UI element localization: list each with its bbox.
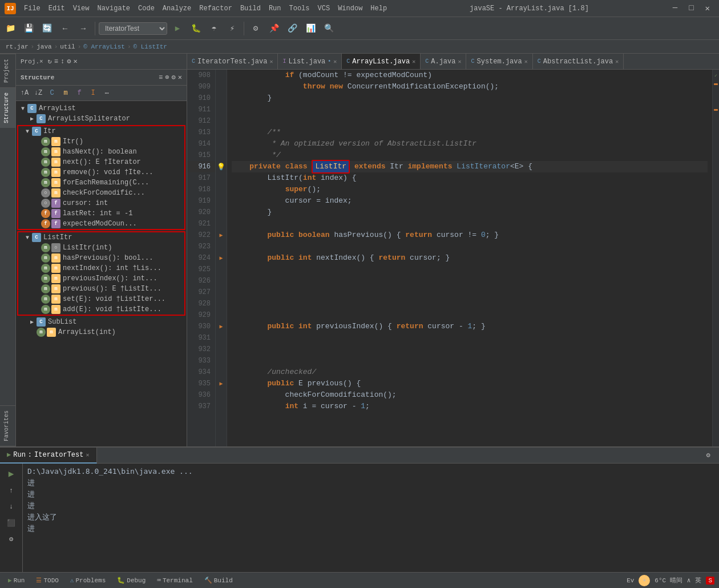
run-tab-close[interactable]: ✕ (86, 452, 89, 458)
menu-tools[interactable]: Tools (286, 3, 313, 14)
tree-item-checkcomod[interactable]: ○ m checkForComodific... (18, 188, 184, 198)
menu-edit[interactable]: Edit (45, 3, 68, 14)
run-up-btn[interactable]: ↑ (5, 484, 18, 498)
bottom-tab-run[interactable]: ▶ Run: IteratorTest ✕ (0, 448, 97, 464)
panel-close-icon[interactable]: ✕ (73, 57, 77, 66)
filter-method[interactable]: m (59, 87, 72, 99)
tree-item-previous[interactable]: m m previous(): E †ListIt... (18, 284, 184, 294)
breadcrumb-listitr[interactable]: © ListItr (133, 43, 167, 50)
minimize-button[interactable]: ─ (668, 2, 682, 14)
toolbar-more4[interactable]: 📊 (302, 21, 318, 37)
structure-x-icon[interactable]: ⊗ (165, 73, 169, 82)
tab-iteratortest[interactable]: C IteratorTest.java ✕ (187, 54, 278, 70)
toolbar-back[interactable]: ← (57, 21, 73, 37)
tree-arrow-spliterator[interactable]: ▶ (27, 115, 37, 122)
tab-listjava[interactable]: I List.java • ✕ (278, 54, 342, 70)
menu-navigate[interactable]: Navigate (94, 3, 134, 14)
tree-item-spliterator[interactable]: ▶ C ArrayListSpliterator (16, 114, 187, 124)
tree-item-arraylist-int[interactable]: m m ArrayList(int) (16, 327, 187, 337)
tree-item-itr[interactable]: ▼ C Itr (18, 126, 184, 136)
tree-item-listitr[interactable]: ▼ C ListItr (18, 232, 184, 243)
tree-item-lastret[interactable]: f f lastRet: int = -1 (18, 208, 184, 219)
output-area[interactable]: D:\Java\jdk1.8.0_241\bin\java.exe ... 进 … (23, 464, 719, 572)
tree-arrow-itr[interactable]: ▼ (23, 128, 32, 135)
sidebar-tab-structure[interactable]: Structure (0, 87, 15, 128)
breadcrumb-util[interactable]: util (60, 43, 75, 50)
menu-analyze[interactable]: Analyze (159, 3, 195, 14)
problems-status-btn[interactable]: ⚠ Problems (67, 575, 109, 585)
tab-ajava[interactable]: C A.java ✕ (421, 54, 466, 70)
menu-build[interactable]: Build (237, 3, 264, 14)
menu-vcs[interactable]: VCS (314, 3, 334, 14)
panel-refresh-icon[interactable]: ↻ (48, 57, 52, 66)
tab-close-ajava[interactable]: ✕ (458, 58, 461, 65)
build-status-btn[interactable]: 🔨 Build (201, 575, 236, 585)
tree-item-add[interactable]: m m add(E): void †ListIte... (18, 304, 184, 315)
tab-arraylist[interactable]: C ArrayList.java ✕ (342, 54, 421, 70)
tree-item-set[interactable]: m m set(E): void †ListIter... (18, 294, 184, 304)
tree-item-cursor[interactable]: ○ f cursor: int (18, 198, 184, 208)
breadcrumb-java[interactable]: java (37, 43, 51, 50)
toolbar-forward[interactable]: → (75, 21, 91, 37)
close-button[interactable]: ✕ (701, 2, 714, 14)
toolbar-search[interactable]: 🔍 (321, 21, 337, 37)
tree-item-nextindex[interactable]: m m nextIndex(): int †Lis... (18, 263, 184, 273)
tree-arrow-arraylist[interactable]: ▼ (18, 106, 27, 112)
tree-item-hasprevious[interactable]: m m hasPrevious(): bool... (18, 253, 184, 263)
toolbar-open[interactable]: 📁 (2, 21, 18, 37)
sort-alpha-asc[interactable]: ↑A (18, 87, 31, 99)
lang-label[interactable]: 英 (695, 576, 701, 585)
menu-help[interactable]: Help (367, 3, 390, 14)
terminal-status-btn[interactable]: ⌨ Terminal (154, 575, 196, 585)
run-status-btn[interactable]: ▶ Run (5, 575, 28, 585)
structure-align-icon[interactable]: ≡ (159, 74, 163, 82)
tree-arrow-sublist[interactable]: ▶ (27, 319, 37, 325)
menu-file[interactable]: File (21, 3, 44, 14)
sort-alpha-desc[interactable]: ↓Z (32, 87, 45, 99)
tree-item-expectedmod[interactable]: f f expectedModCoun... (18, 219, 184, 229)
tree-item-foreach[interactable]: m m forEachRemaining(C... (18, 178, 184, 188)
lightbulb-icon[interactable]: 💡 (217, 163, 225, 171)
tree-item-arraylist[interactable]: ▼ C ArrayList (16, 103, 187, 114)
breadcrumb-arraylist[interactable]: © ArrayList (83, 43, 125, 50)
toolbar-more1[interactable]: ⚙ (248, 21, 264, 37)
tree-item-itr-constructor[interactable]: m m Itr() (18, 136, 184, 147)
breadcrumb-rtjar[interactable]: rt.jar (6, 43, 29, 50)
tree-item-next[interactable]: m m next(): E †Iterator (18, 157, 184, 167)
panel-proj-label[interactable]: Proj.× (21, 58, 43, 65)
toolbar-sync[interactable]: 🔄 (39, 21, 55, 37)
panel-sort-icon[interactable]: ↕ (60, 58, 64, 66)
run-stop-btn[interactable]: ⬛ (5, 516, 18, 530)
filter-inherited[interactable]: I (87, 87, 99, 99)
debug-status-btn[interactable]: 🐛 Debug (114, 575, 149, 585)
run-button[interactable]: ▶ (169, 21, 185, 37)
menu-run[interactable]: Run (265, 3, 285, 14)
toolbar-save[interactable]: 💾 (21, 21, 37, 37)
maximize-button[interactable]: □ (684, 2, 698, 14)
run-down-btn[interactable]: ↓ (5, 500, 18, 514)
tab-close-systemjava[interactable]: ✕ (524, 58, 528, 65)
tab-abstractlist[interactable]: C AbstractList.java ✕ (533, 54, 624, 70)
sidebar-tab-favorites[interactable]: Favorites (0, 405, 15, 446)
tab-systemjava[interactable]: C System.java ✕ (466, 54, 532, 70)
gear-action[interactable]: ⚙ (702, 449, 714, 462)
tree-item-listitr-constructor[interactable]: m ○ ListItr(int) (18, 243, 184, 253)
tree-item-remove[interactable]: m m remove(): void †Ite... (18, 167, 184, 178)
filter-field[interactable]: f (73, 87, 86, 99)
coverage-button[interactable]: ☂ (206, 21, 222, 37)
run-settings-btn[interactable]: ⚙ (5, 532, 18, 546)
tab-close-arraylist[interactable]: ✕ (412, 58, 415, 65)
sidebar-tab-project[interactable]: Project (0, 54, 15, 87)
profile-button[interactable]: ⚡ (224, 21, 240, 37)
menu-window[interactable]: Window (334, 3, 366, 14)
debug-button[interactable]: 🐛 (188, 21, 204, 37)
tree-arrow-listitr[interactable]: ▼ (23, 235, 32, 241)
code-content[interactable]: if (modCount != expectedModCount) throw … (227, 70, 712, 446)
toolbar-more2[interactable]: 📌 (266, 21, 282, 37)
structure-settings-icon[interactable]: ⚙ (172, 73, 176, 82)
structure-close-icon[interactable]: ✕ (178, 73, 182, 82)
tab-close-iteratortest[interactable]: ✕ (269, 58, 273, 65)
menu-refactor[interactable]: Refactor (196, 3, 236, 14)
tree-item-sublist[interactable]: ▶ C SubList (16, 317, 187, 327)
panel-align-icon[interactable]: ≡ (54, 58, 58, 66)
